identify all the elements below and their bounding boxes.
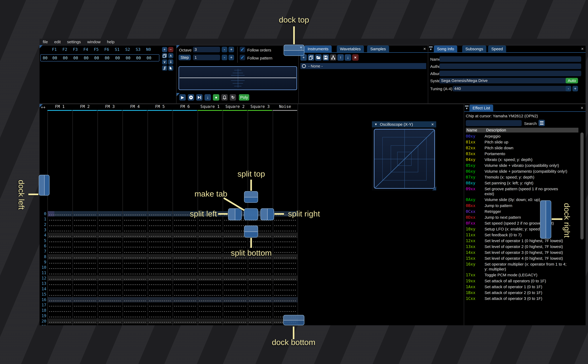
pattern-cell[interactable]: [273, 227, 297, 233]
pattern-cell[interactable]: [223, 265, 248, 270]
pattern-cell[interactable]: [248, 297, 273, 302]
pattern-cell[interactable]: [47, 318, 73, 324]
pattern-cell[interactable]: [198, 227, 223, 233]
pattern-cell[interactable]: [198, 302, 223, 308]
pattern-cell[interactable]: [198, 281, 223, 286]
channel-header-fm-4[interactable]: FM 4: [122, 104, 147, 109]
pattern-cell[interactable]: [72, 222, 97, 227]
pattern-cell[interactable]: [223, 260, 248, 265]
pattern-cell[interactable]: [147, 308, 172, 313]
pattern-cell[interactable]: [223, 302, 248, 308]
pattern-cell[interactable]: [122, 260, 147, 265]
close-panel-button[interactable]: ×: [580, 105, 584, 110]
pattern-cell[interactable]: [122, 308, 147, 313]
pattern-cell[interactable]: [122, 281, 147, 286]
menu-file[interactable]: file: [40, 39, 51, 45]
pattern-cell[interactable]: [273, 275, 297, 281]
pattern-cell[interactable]: [273, 238, 297, 243]
pattern-cell[interactable]: [72, 211, 97, 216]
pattern-cell[interactable]: [198, 254, 223, 260]
effect-row[interactable]: 1CxxSet attack of operator 3 (0 to 1F): [466, 296, 582, 301]
pattern-cell[interactable]: [198, 313, 223, 318]
deep-clone-order-button[interactable]: [162, 65, 167, 71]
pattern-cell[interactable]: [198, 249, 223, 254]
pattern-cell[interactable]: [172, 233, 198, 238]
remove-order-button[interactable]: −: [168, 47, 173, 52]
menu-window[interactable]: window: [84, 39, 104, 45]
pattern-cell[interactable]: [97, 254, 122, 260]
pattern-cursor-cell[interactable]: [47, 211, 54, 216]
tab-speed[interactable]: Speed: [488, 46, 506, 52]
move-instrument-up-button[interactable]: ↑: [337, 54, 344, 61]
channel-header-fm-1[interactable]: FM 1: [47, 104, 73, 109]
pattern-cell[interactable]: [47, 216, 73, 222]
effect-search-input[interactable]: [466, 120, 522, 126]
pattern-cell[interactable]: [198, 243, 223, 249]
pattern-cell[interactable]: [147, 260, 172, 265]
effect-list-menu-button[interactable]: [538, 120, 545, 126]
oscilloscope-strip[interactable]: [178, 66, 297, 90]
order-value-F3[interactable]: 00: [70, 56, 81, 60]
pattern-cell[interactable]: [147, 270, 172, 275]
pattern-cell[interactable]: [198, 233, 223, 238]
pattern-cell[interactable]: [72, 297, 97, 302]
pattern-cell[interactable]: [147, 318, 172, 324]
pattern-cell[interactable]: [147, 286, 172, 292]
repeat-pattern-button[interactable]: ↻: [230, 94, 236, 101]
pattern-cell[interactable]: [172, 324, 198, 325]
pattern-cell[interactable]: [122, 270, 147, 275]
pattern-cell[interactable]: [47, 292, 73, 297]
pattern-cell[interactable]: [122, 292, 147, 297]
pattern-cell[interactable]: [47, 308, 73, 313]
pattern-cell[interactable]: [172, 275, 198, 281]
effect-row[interactable]: 1AxxSet attack of operator 1 (0 to 1F): [466, 284, 582, 290]
pattern-cell[interactable]: [172, 297, 198, 302]
pattern-cell[interactable]: [223, 227, 248, 233]
tab-effect-list[interactable]: Effect List: [469, 104, 493, 111]
oscilloscope-xy-titlebar[interactable]: ▼ Oscilloscope (X-Y) ×: [372, 121, 436, 127]
pattern-cell[interactable]: [172, 238, 198, 243]
pattern-cell[interactable]: [122, 275, 147, 281]
pattern-cell[interactable]: [223, 292, 248, 297]
effect-list-scrollbar[interactable]: [580, 132, 584, 240]
pattern-cell[interactable]: [122, 254, 147, 260]
pattern-cell[interactable]: [72, 265, 97, 270]
pattern-cell[interactable]: [47, 265, 73, 270]
pattern-cell[interactable]: [97, 308, 122, 313]
effect-row[interactable]: 1BxxSet attack of operator 2 (0 to 1F): [466, 290, 582, 296]
pattern-cell[interactable]: [72, 243, 97, 249]
pattern-cell[interactable]: [47, 243, 73, 249]
pattern-cell[interactable]: [273, 270, 297, 275]
pattern-cell[interactable]: [97, 249, 122, 254]
pattern-cell[interactable]: [47, 275, 73, 281]
order-row-index[interactable]: 00: [41, 56, 50, 60]
pattern-cell[interactable]: [122, 313, 147, 318]
pattern-cell[interactable]: [172, 281, 198, 286]
tuning-increase-button[interactable]: +: [572, 86, 578, 91]
pattern-cell[interactable]: [198, 265, 223, 270]
pattern-cell[interactable]: [147, 281, 172, 286]
effect-row[interactable]: 17xxToggle PCM mode (LEGACY): [466, 272, 582, 278]
order-value-F5[interactable]: 00: [91, 56, 102, 60]
pattern-cell[interactable]: [97, 324, 122, 325]
pattern-cell[interactable]: [72, 324, 97, 325]
pattern-cell[interactable]: [223, 281, 248, 286]
pattern-cell[interactable]: [47, 286, 73, 292]
pattern-cell[interactable]: [273, 243, 297, 249]
play-row-button[interactable]: [196, 94, 203, 101]
split-left-target[interactable]: [228, 208, 242, 220]
pattern-cell[interactable]: [147, 238, 172, 243]
pattern-cell[interactable]: [172, 302, 198, 308]
pattern-cell[interactable]: [248, 302, 273, 308]
oscilloscope-xy-window[interactable]: ▼ Oscilloscope (X-Y) ×: [372, 121, 436, 190]
pattern-cell[interactable]: [273, 286, 297, 292]
pattern-cell[interactable]: [248, 265, 273, 270]
toggle-folders-button[interactable]: [330, 54, 336, 61]
pattern-cell[interactable]: [172, 318, 198, 324]
pattern-cell[interactable]: [198, 260, 223, 265]
follow-orders-checkbox[interactable]: ✓: [240, 47, 245, 52]
order-row-selected[interactable]: 00 00000000000000000000: [40, 54, 159, 61]
instrument-list-item[interactable]: - None -: [300, 63, 426, 69]
channel-header-fm-5[interactable]: FM 5: [147, 104, 172, 109]
step-decrease-button[interactable]: -: [222, 55, 227, 60]
